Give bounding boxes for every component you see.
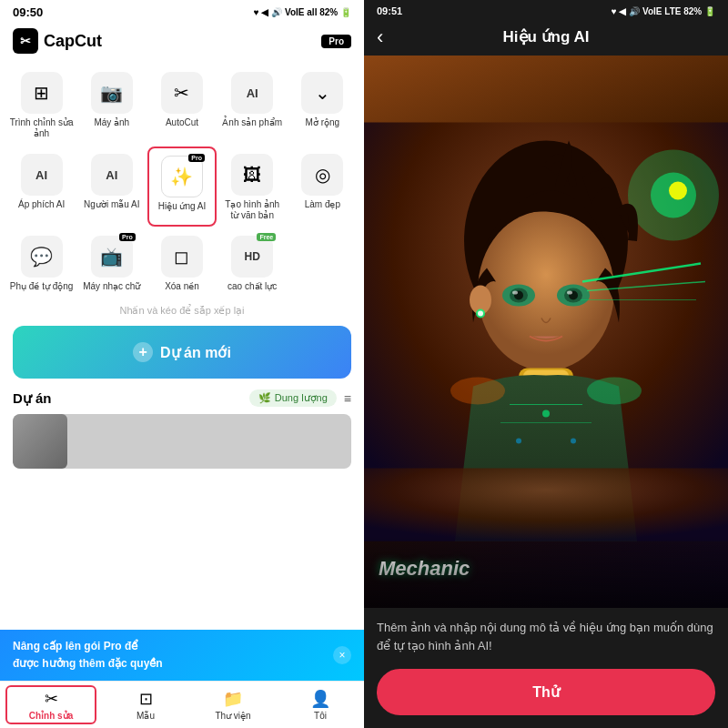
back-button[interactable]: ‹ <box>377 25 383 49</box>
tool-autocut[interactable]: ✂ AutoCut <box>147 65 216 145</box>
tool-chinh-sua[interactable]: ⊞ Trình chỉnh sửa ảnh <box>7 65 76 145</box>
tool-icon-hieu-ung-ai: Pro ✨ <box>161 156 203 197</box>
new-project-button[interactable]: + Dự án mới <box>13 326 351 379</box>
tool-icon-tao-hinh-anh: 🖼 <box>231 154 273 196</box>
description-area: Thêm ảnh và nhập nội dung mô tả về hiệu … <box>364 608 728 662</box>
pro-badge-header[interactable]: Pro <box>321 35 351 48</box>
anime-illustration <box>364 56 728 608</box>
tool-phu-de[interactable]: 💬 Phụ đề tự động <box>7 228 76 298</box>
storage-button[interactable]: 🌿 Dung lượng <box>249 389 337 407</box>
tool-ap-phich-ai[interactable]: AI Áp phích AI <box>7 147 76 227</box>
project-thumbnail[interactable] <box>13 414 351 469</box>
capcut-logo: ✂ CapCut <box>13 28 102 54</box>
svg-rect-29 <box>364 469 728 541</box>
right-title: Hiệu ứng AI <box>503 27 590 46</box>
library-icon: 📁 <box>223 689 243 709</box>
scissors-icon: ✂ <box>45 689 58 709</box>
svg-point-27 <box>450 378 505 405</box>
image-gradient <box>364 535 728 608</box>
template-icon: ⊡ <box>139 689 153 709</box>
try-button[interactable]: Thử <box>377 669 715 715</box>
nav-thu-vien[interactable]: 📁 Thư viện <box>189 682 277 728</box>
tool-may-nhac-chu[interactable]: Pro 📺 Máy nhạc chữ <box>77 228 146 298</box>
new-project-label: Dự án mới <box>160 344 231 361</box>
status-bar-left: 09:50 ♥ ◀ 🔊 VoIE all 82% 🔋 <box>0 0 364 25</box>
time-left: 09:50 <box>13 5 43 19</box>
svg-point-25 <box>516 439 521 444</box>
status-bar-right: 09:51 ♥ ◀ 🔊 VoIE LTE 82% 🔋 <box>364 0 728 22</box>
tool-anh-san-pham[interactable]: AI Ảnh sản phẩm <box>218 65 287 145</box>
tool-hieu-ung-ai[interactable]: Pro ✨ Hiệu ứng AI <box>147 147 216 227</box>
svg-point-26 <box>571 439 576 444</box>
tool-icon-may-anh: 📷 <box>91 72 133 114</box>
time-right: 09:51 <box>377 5 402 16</box>
promo-banner: Nâng cấp lên gói Pro để được hưởng thêm … <box>0 630 364 681</box>
svg-point-3 <box>669 182 687 200</box>
tool-cao-chat-luong[interactable]: Free HD cao chất lực <box>218 228 287 298</box>
preview-image: Mechanic <box>364 56 728 608</box>
tool-mo-rong[interactable]: ⌄ Mở rộng <box>288 65 357 145</box>
promo-text: Nâng cấp lên gói Pro để <box>13 639 333 654</box>
app-name: CapCut <box>44 32 102 51</box>
tool-icon-mo-rong: ⌄ <box>301 72 343 114</box>
tool-icon-anh-san-pham: AI <box>231 72 273 114</box>
nav-thu-vien-label: Thư viện <box>215 711 250 721</box>
tool-icon-nguoi-mau-ai: AI <box>91 154 133 196</box>
left-panel: 09:50 ♥ ◀ 🔊 VoIE all 82% 🔋 ✂ CapCut Pro … <box>0 0 364 728</box>
svg-point-28 <box>587 378 642 405</box>
description-text: Thêm ảnh và nhập nội dung mô tả về hiệu … <box>377 619 715 654</box>
status-icons-right: ♥ ◀ 🔊 VoIE LTE 82% 🔋 <box>612 6 715 16</box>
right-header: ‹ Hiệu ứng AI <box>364 22 728 56</box>
tool-icon-xoa-nen: ◻ <box>161 236 203 278</box>
status-icons-left: ♥ ◀ 🔊 VoIE all 82% 🔋 <box>254 7 351 17</box>
tools-grid: ⊞ Trình chỉnh sửa ảnh 📷 Máy ảnh ✂ AutoCu… <box>0 61 364 301</box>
tool-icon-autocut: ✂ <box>161 72 203 114</box>
try-button-label: Thử <box>532 684 560 700</box>
hint-text: Nhấn và kéo để sắp xếp lại <box>0 301 364 322</box>
nav-chinh-sua-label: Chỉnh sửa <box>29 711 73 721</box>
promo-text-2: được hưởng thêm đặc quyền <box>13 656 333 672</box>
tool-tao-hinh-anh[interactable]: 🖼 Tạo hình ảnh từ văn bản <box>218 147 287 227</box>
tool-xoa-nen[interactable]: ◻ Xóa nền <box>147 228 216 298</box>
svg-point-9 <box>512 291 518 295</box>
project-thumb-image <box>13 414 67 469</box>
app-header: ✂ CapCut Pro <box>0 25 364 61</box>
projects-title: Dự án <box>13 390 52 407</box>
svg-point-24 <box>542 410 550 418</box>
tool-nguoi-mau-ai[interactable]: AI Người mẫu AI <box>77 147 146 227</box>
svg-point-19 <box>478 311 483 317</box>
projects-section: Dự án 🌿 Dung lượng ≡ <box>0 382 364 410</box>
plus-icon: + <box>133 342 153 362</box>
person-icon: 👤 <box>310 689 330 709</box>
nav-mau-label: Mẫu <box>136 711 155 721</box>
right-panel: 09:51 ♥ ◀ 🔊 VoIE LTE 82% 🔋 ‹ Hiệu ứng AI <box>364 0 728 728</box>
nav-mau[interactable]: ⊡ Mẫu <box>102 682 189 728</box>
promo-close-button[interactable]: × <box>333 646 351 664</box>
sort-icon[interactable]: ≡ <box>344 391 351 406</box>
nav-toi[interactable]: 👤 Tôi <box>277 682 364 728</box>
capcut-icon: ✂ <box>13 28 38 54</box>
tool-may-anh[interactable]: 📷 Máy ảnh <box>77 65 146 145</box>
svg-point-13 <box>567 291 572 295</box>
bottom-nav: ✂ Chỉnh sửa ⊡ Mẫu 📁 Thư viện 👤 Tôi <box>0 681 364 728</box>
tool-lam-dep[interactable]: ◎ Làm đẹp <box>288 147 357 227</box>
tool-icon-phu-de: 💬 <box>21 236 63 278</box>
tool-icon-may-nhac-chu: Pro 📺 <box>91 236 133 278</box>
nav-toi-label: Tôi <box>314 711 327 721</box>
tool-icon-chinh-sua: ⊞ <box>21 72 63 114</box>
tool-icon-ap-phich-ai: AI <box>21 154 63 196</box>
nav-chinh-sua[interactable]: ✂ Chỉnh sửa <box>5 685 96 724</box>
tool-icon-cao-chat-luong: Free HD <box>231 236 273 278</box>
tool-icon-lam-dep: ◎ <box>301 154 343 196</box>
